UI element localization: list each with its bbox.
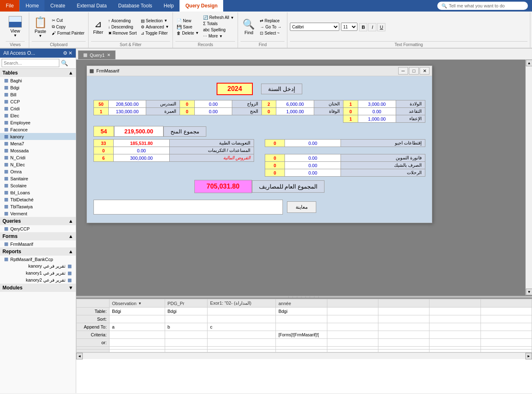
ribbon-body: View ▼ Views 📋 Paste ▼ ✂Cut ⧉Copy 🖌F xyxy=(0,12,532,49)
preview-button[interactable]: معاينة xyxy=(287,201,316,213)
tell-me-bar[interactable]: 🔍 Tell me what you want to do xyxy=(437,2,528,10)
form-content: 2024 إدخل السنة 50 208,500.00 التمدرس xyxy=(87,76,432,223)
advanced-button[interactable]: ⚙Advanced▼ xyxy=(140,24,170,30)
tab-database-tools[interactable]: Database Tools xyxy=(112,0,158,12)
scroll-down-btn[interactable]: ▼ xyxy=(526,289,532,295)
save-button[interactable]: 💾Save xyxy=(175,24,200,30)
query-col-empty3 xyxy=(429,299,481,308)
sidebar-item-bdgi[interactable]: ▦Bdgi xyxy=(0,84,76,91)
ascending-button[interactable]: ↑Ascending xyxy=(107,18,138,23)
sidebar-section-queries-header[interactable]: Queries ▲ xyxy=(0,217,76,225)
year-value-display: 2024 xyxy=(217,83,253,95)
query-tab-close-icon[interactable]: ✕ xyxy=(107,53,110,57)
view-button[interactable]: View ▼ xyxy=(6,13,25,40)
totals-button[interactable]: ΣTotals xyxy=(202,21,235,26)
new-record-button[interactable]: 📄New xyxy=(175,18,200,23)
drag-handle[interactable]: · · · · · · · · xyxy=(76,295,532,298)
tab-help[interactable]: Help xyxy=(158,0,180,12)
sidebar-item-tbldetache[interactable]: ▦TblDetaché xyxy=(0,196,76,203)
format-painter-button[interactable]: 🖌Format Painter xyxy=(51,30,86,36)
sidebar-item-ccp[interactable]: ▦CCP xyxy=(0,98,76,105)
sidebar-item-kanory1-report[interactable]: ▦تقرير فرعي kanory1 xyxy=(0,270,76,277)
horizontal-scrollbar[interactable]: ◄ ► xyxy=(76,352,532,359)
sidebar-search-icon[interactable]: 🔍 xyxy=(61,60,68,66)
refresh-all-button[interactable]: 🔄Refresh All▼ xyxy=(202,15,235,20)
sidebar-section-modules-header[interactable]: Modules ▼ xyxy=(0,284,76,292)
filter-button[interactable]: ⊿ Filter xyxy=(91,18,105,36)
query-tab-query1[interactable]: ▦ Query1 ✕ xyxy=(78,50,116,59)
sidebar-item-mossada[interactable]: ▦Mossada xyxy=(0,147,76,154)
delete-button[interactable]: 🗑Delete▼ xyxy=(175,30,200,36)
form-close-btn[interactable]: ✕ xyxy=(420,67,429,75)
selection-button[interactable]: ▤Selection▼ xyxy=(140,18,170,23)
sidebar-close-icon[interactable]: ✕ xyxy=(68,50,72,56)
sidebar-section-reports-header[interactable]: Reports ▲ xyxy=(0,247,76,256)
taqaod-count: 0 xyxy=(343,108,358,115)
form-minimize-btn[interactable]: ─ xyxy=(398,67,408,75)
tab-query-design[interactable]: Query Design xyxy=(180,0,223,12)
select-button[interactable]: ⊡Select ~ xyxy=(259,30,282,36)
sidebar-item-queryccp[interactable]: ▦QeryCCP xyxy=(0,225,76,232)
spelling-button[interactable]: abcSpelling xyxy=(202,27,235,33)
sidebar-item-kanory[interactable]: ▦kanory xyxy=(0,133,76,140)
sidebar-item-sanitaire[interactable]: ▦Sanitaire xyxy=(0,175,76,182)
copy-button[interactable]: ⧉Copy xyxy=(51,24,86,30)
sidebar-item-cridi[interactable]: ▦Cridi xyxy=(0,105,76,112)
replace-button[interactable]: ⇄Replace xyxy=(259,18,282,23)
sidebar-item-baghi[interactable]: ▦Baghi xyxy=(0,77,76,84)
grand-total-row: 705,031.80 المجموع العام للمصاريف xyxy=(93,180,425,193)
sidebar-item-kanory2-report[interactable]: ▦تقرير فرعي kanory2 xyxy=(0,277,76,284)
tab-file[interactable]: File xyxy=(0,0,19,12)
sidebar-config-icon[interactable]: ⚙ xyxy=(63,50,68,56)
sidebar-item-frmmasarif[interactable]: ▦FrmMasarif xyxy=(0,240,76,247)
query-col-observation[interactable]: Observation ▼ xyxy=(110,299,165,308)
action-textbox[interactable] xyxy=(93,200,283,214)
italic-button[interactable]: I xyxy=(368,23,376,31)
cut-button[interactable]: ✂Cut xyxy=(51,18,86,23)
sidebar-item-omra[interactable]: ▦Omra xyxy=(0,168,76,175)
sidebar-item-tbl-loans[interactable]: ▦tbl_Loans xyxy=(0,189,76,196)
paste-button[interactable]: 📋 Paste ▼ xyxy=(32,13,49,40)
remove-sort-button[interactable]: ✖Remove Sort xyxy=(107,30,138,36)
descending-button[interactable]: ↓Descending xyxy=(107,24,138,30)
underline-button[interactable]: U xyxy=(377,23,385,31)
query-col-exor1: Exor1: "02- (المداراة) xyxy=(208,299,276,308)
sidebar-search-input[interactable] xyxy=(2,59,59,67)
agio-label: إقتطاعات اجيو xyxy=(341,140,425,147)
toggle-filter-button[interactable]: ⊿Toggle Filter xyxy=(140,30,170,36)
scroll-left-btn[interactable]: ◄ xyxy=(76,353,83,359)
sidebar-section-tables-header[interactable]: Tables ▲ xyxy=(0,69,76,77)
sidebar-item-n-cridi[interactable]: ▦N_Cridi xyxy=(0,154,76,161)
sidebar-item-n-elec[interactable]: ▦N_Elec xyxy=(0,161,76,168)
find-button[interactable]: 🔍 Find xyxy=(240,17,257,36)
sidebar-section-forms-header[interactable]: Forms ▲ xyxy=(0,232,76,240)
sidebar-item-tbltaswiya[interactable]: ▦TblTaswiya xyxy=(0,203,76,210)
sidebar-item-elec[interactable]: ▦Elec xyxy=(0,112,76,119)
sidebar-item-bill[interactable]: ▦Bill xyxy=(0,91,76,98)
sidebar-item-scolaire[interactable]: ▦Scolaire xyxy=(0,182,76,189)
bold-button[interactable]: B xyxy=(359,23,367,31)
assistance-label: المساعدات / التكريمات xyxy=(170,147,254,154)
vertical-scrollbar[interactable]: ▲ ▼ xyxy=(525,60,532,295)
query-col-empty4 xyxy=(481,299,532,308)
tab-create[interactable]: Create xyxy=(44,0,71,12)
scroll-up-btn[interactable]: ▲ xyxy=(526,60,532,66)
sidebar-item-kanory-report[interactable]: ▦تقرير فرعي kanory xyxy=(0,263,76,270)
scroll-track-h[interactable] xyxy=(83,353,525,359)
tab-home[interactable]: Home xyxy=(19,0,44,12)
ribbon-group-text-formatting: Calibri 11 B I U Text Formatting xyxy=(287,12,530,48)
tab-external-data[interactable]: External Data xyxy=(71,0,112,12)
more-button[interactable]: ⋯More▼ xyxy=(202,33,235,39)
sidebar-item-employee[interactable]: ▦Employee xyxy=(0,119,76,126)
sidebar-item-verment[interactable]: ▦Verment xyxy=(0,210,76,217)
goto-button[interactable]: →Go To → xyxy=(259,24,282,30)
font-size-select[interactable]: 11 xyxy=(341,23,357,31)
font-family-select[interactable]: Calibri xyxy=(290,23,339,31)
wilada-amount: 3,000.00 xyxy=(358,100,396,108)
scroll-right-btn[interactable]: ► xyxy=(525,353,532,359)
form-restore-btn[interactable]: □ xyxy=(409,67,419,75)
zawaj-label: الزواج xyxy=(232,100,261,108)
sidebar-item-mena7[interactable]: ▦Mena7 xyxy=(0,140,76,147)
sidebar-item-faconce[interactable]: ▦Faconce xyxy=(0,126,76,133)
sidebar-item-rptmasarif-bankccp[interactable]: ▦RptMasarif_BankCcp xyxy=(0,256,76,263)
